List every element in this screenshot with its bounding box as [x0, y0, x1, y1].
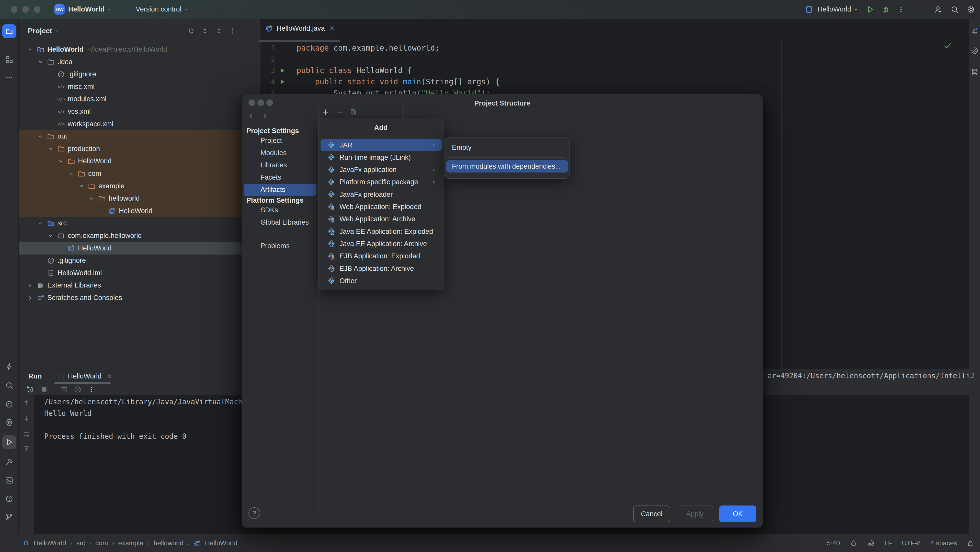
find-icon[interactable]	[5, 381, 14, 390]
tree-item[interactable]: .gitignore	[19, 254, 261, 267]
tree-item[interactable]: HelloWorld	[19, 242, 261, 255]
submenu-item-empty[interactable]: Empty	[446, 141, 568, 154]
indent-setting[interactable]: 4 spaces	[931, 539, 957, 547]
file-encoding[interactable]: UTF-8	[902, 539, 921, 547]
sidebar-item-facets[interactable]: Facets	[261, 173, 281, 181]
problems-icon[interactable]	[5, 495, 14, 503]
sidebar-item-modules[interactable]: Modules	[261, 149, 286, 157]
close-tab-icon[interactable]: ✕	[329, 24, 335, 32]
run-icon[interactable]	[2, 435, 16, 449]
tree-item[interactable]: helloworld	[19, 192, 261, 205]
tree-item[interactable]: HelloWorld	[19, 155, 261, 167]
tree-item[interactable]: </>modules.xml	[19, 93, 261, 105]
code-line[interactable]: 1 package com.example.helloworld;	[261, 42, 969, 53]
menu-item-ejb-application-archive[interactable]: EJB Application: Archive	[321, 262, 442, 275]
unlocked-icon[interactable]	[967, 539, 974, 547]
tree-item[interactable]: com	[19, 167, 261, 180]
code-line[interactable]: 4 public static void main(String[] args)…	[261, 76, 969, 87]
arrow-up-icon[interactable]	[22, 399, 30, 407]
chevron-down-icon[interactable]	[26, 46, 34, 53]
screenshot-icon[interactable]	[60, 385, 68, 394]
help-button[interactable]: ?	[248, 507, 260, 519]
project-folder-icon[interactable]	[2, 24, 16, 38]
minimize-window-button[interactable]	[22, 6, 29, 13]
tree-item[interactable]: </>workspace.xml	[19, 118, 261, 130]
tab-scroll-indicator[interactable]	[259, 40, 340, 42]
ai-assistant-icon[interactable]	[970, 46, 979, 55]
services-icon[interactable]	[5, 418, 14, 427]
menu-item-web-application-exploded[interactable]: Web Application: Exploded	[321, 201, 442, 213]
menu-item-javafx-application[interactable]: JavaFx application	[321, 164, 442, 176]
close-window-button[interactable]	[11, 6, 18, 13]
menu-item-web-application-archive[interactable]: Web Application: Archive	[321, 213, 442, 225]
line-ending[interactable]: LF	[885, 539, 892, 547]
tree-item[interactable]: com.example.helloworld	[19, 229, 261, 242]
sidebar-item-project[interactable]: Project	[261, 137, 282, 145]
database-icon[interactable]	[970, 68, 979, 76]
caret-position[interactable]: 5:40	[827, 539, 840, 547]
menu-item-ejb-application-exploded[interactable]: EJB Application: Exploded	[321, 250, 442, 262]
arrow-down-icon[interactable]	[22, 415, 30, 422]
more-options-icon[interactable]	[88, 385, 95, 394]
scroll-to-end-icon[interactable]	[22, 445, 30, 453]
lightning-icon[interactable]	[5, 363, 14, 371]
tree-item[interactable]: src	[19, 217, 261, 229]
menu-item-jar[interactable]: JAR	[321, 139, 442, 151]
menu-item-java-ee-application-exploded[interactable]: EEJava EE Application: Exploded	[321, 225, 442, 238]
tree-item[interactable]: </>vcs.xml	[19, 105, 261, 118]
expand-all-icon[interactable]	[201, 27, 209, 35]
maximize-window-button[interactable]	[34, 6, 40, 13]
breadcrumb-item[interactable]: helloworld	[154, 539, 183, 547]
tree-item[interactable]: HelloWorld~/IdeaProjects/HelloWorld	[19, 43, 261, 56]
tree-item[interactable]: Scratches and Consoles	[19, 291, 261, 304]
build-icon[interactable]	[5, 458, 14, 466]
chevron-down-icon[interactable]	[37, 133, 44, 140]
back-icon[interactable]	[247, 112, 256, 120]
code-line[interactable]: 3 public class HelloWorld {	[261, 65, 969, 76]
breadcrumb-item[interactable]: src	[76, 539, 85, 547]
structure-icon[interactable]	[5, 55, 14, 64]
code-line[interactable]: 2	[261, 53, 969, 65]
apply-button[interactable]: Apply	[676, 506, 713, 522]
collapse-all-icon[interactable]	[215, 27, 223, 35]
chevron-down-icon[interactable]	[57, 157, 65, 165]
tree-item[interactable]: out	[19, 130, 261, 143]
chevron-right-icon[interactable]	[26, 294, 34, 302]
sidebar-item-sdks[interactable]: SDKs	[261, 206, 278, 214]
tree-item[interactable]: HelloWorld.iml	[19, 267, 261, 279]
tree-item[interactable]: External Libraries	[19, 279, 261, 291]
breadcrumb-item[interactable]: HelloWorld	[205, 539, 237, 547]
settings-icon[interactable]	[967, 5, 975, 14]
run-configuration-selector[interactable]: HelloWorld	[818, 5, 859, 13]
search-everywhere-icon[interactable]	[950, 5, 959, 14]
ai-swirl-icon[interactable]	[867, 539, 875, 547]
menu-item-other[interactable]: Other	[321, 275, 442, 287]
run-tab-helloworld[interactable]: HelloWorld ✕	[57, 372, 112, 380]
sidebar-item-global-libraries[interactable]: Global Libraries	[261, 218, 309, 226]
breadcrumb-item[interactable]: example	[118, 539, 143, 547]
breadcrumb-item[interactable]: com	[95, 539, 108, 547]
menu-item-platform-specific-package[interactable]: Platform specific package	[321, 176, 442, 188]
run-gutter-icon[interactable]	[278, 78, 286, 85]
chevron-down-icon[interactable]	[37, 58, 44, 66]
chevron-down-icon[interactable]	[88, 195, 95, 202]
menu-item-run-time-image-jlink-[interactable]: Run-time image (JLink)	[321, 151, 442, 164]
close-run-tab-icon[interactable]: ✕	[107, 372, 113, 380]
profiler-icon[interactable]	[5, 400, 14, 409]
tree-item[interactable]: </>misc.xml	[19, 81, 261, 93]
breadcrumb-item[interactable]: HelloWorld	[34, 539, 66, 547]
console-output-right[interactable]: ar=49204:/Users/helenscott/Applications/…	[768, 370, 979, 382]
add-icon[interactable]	[321, 108, 330, 116]
chevron-down-icon[interactable]	[78, 182, 85, 190]
stop-icon[interactable]	[40, 385, 48, 394]
chevron-down-icon[interactable]	[37, 220, 44, 227]
debug-icon[interactable]	[881, 5, 890, 14]
tree-item[interactable]: HelloWorld	[19, 205, 261, 217]
more-actions-icon[interactable]	[897, 5, 905, 14]
tree-item[interactable]: example	[19, 180, 261, 192]
run-icon[interactable]	[866, 5, 875, 14]
ok-button[interactable]: OK	[719, 506, 756, 522]
more-tool-windows-icon[interactable]	[5, 73, 14, 82]
chevron-down-icon[interactable]	[47, 145, 54, 153]
forward-icon[interactable]	[260, 112, 268, 120]
